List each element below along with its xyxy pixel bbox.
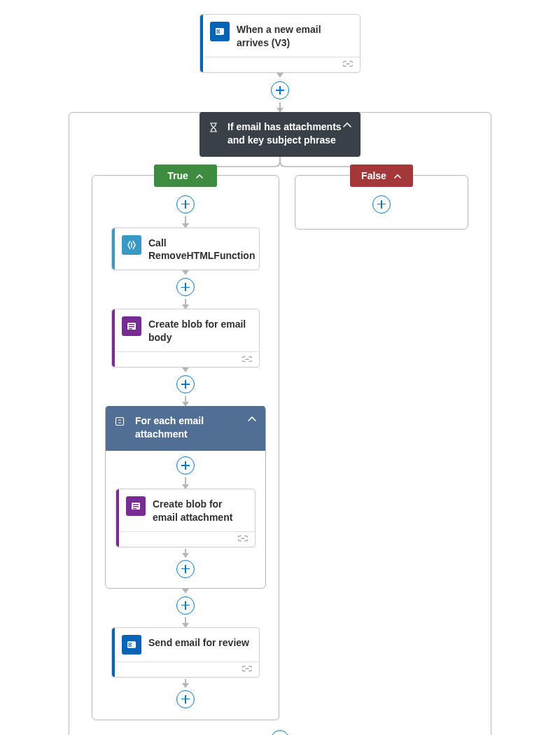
arrow-down-icon [185, 477, 186, 489]
svg-rect-11 [133, 508, 136, 509]
add-step-button[interactable] [176, 456, 195, 475]
chevron-up-icon [393, 172, 402, 180]
connector [176, 270, 195, 309]
svg-rect-9 [133, 504, 139, 505]
card-footer [200, 57, 360, 72]
arrow-down-icon [185, 270, 186, 274]
svg-rect-5 [129, 326, 134, 327]
step-title: Call RemoveHTMLFunction [148, 235, 255, 263]
add-step-button[interactable] [176, 278, 195, 296]
outlook-icon [122, 635, 141, 654]
link-icon [238, 536, 248, 542]
blob-icon [126, 496, 146, 516]
true-branch-label[interactable]: True [154, 164, 217, 187]
false-branch-label[interactable]: False [350, 164, 413, 187]
condition-title: If email has attachments and key subject… [227, 120, 351, 147]
card-footer [116, 531, 255, 547]
add-step-button[interactable] [271, 730, 289, 735]
card-footer [112, 662, 259, 677]
create-blob-attachment-card[interactable]: Create blob for email attachment [115, 489, 255, 547]
svg-rect-6 [129, 328, 132, 329]
card-header: Create blob for email body [112, 309, 259, 351]
condition-container: If email has attachments and key subject… [69, 112, 491, 735]
svg-rect-4 [129, 324, 134, 325]
foreach-title: For each email attachment [135, 414, 255, 441]
add-step-button[interactable] [372, 195, 391, 214]
trigger-title: When a new email arrives (V3) [237, 22, 351, 50]
send-email-card[interactable]: Send email for review [111, 627, 260, 678]
add-step-button[interactable] [176, 560, 195, 578]
function-icon [122, 235, 141, 255]
branches: True Call RemoveHTMLFunction [84, 175, 476, 720]
add-step-button[interactable] [271, 81, 289, 99]
false-branch-box: False [295, 175, 468, 230]
create-blob-body-card[interactable]: Create blob for email body [111, 309, 260, 368]
svg-rect-7 [116, 418, 124, 426]
true-branch-box: True Call RemoveHTMLFunction [92, 175, 279, 720]
call-function-card[interactable]: Call RemoveHTMLFunction [111, 227, 260, 271]
connector [176, 368, 195, 406]
arrow-down-icon [185, 299, 186, 309]
arrow-down-icon [185, 549, 186, 557]
arrow-down-icon [185, 216, 186, 227]
card-header: When a new email arrives (V3) [200, 15, 360, 57]
arrow-down-icon [185, 396, 186, 406]
add-step-button[interactable] [176, 596, 195, 615]
branches-wrap: True Call RemoveHTMLFunction [84, 175, 476, 720]
condition-card[interactable]: If email has attachments and key subject… [200, 112, 360, 157]
foreach-header[interactable]: For each email attachment [106, 406, 265, 451]
arrow-down-icon [279, 73, 281, 77]
card-footer [112, 351, 259, 367]
chevron-up-icon [195, 172, 204, 180]
arrow-down-icon [185, 679, 186, 687]
add-step-button[interactable] [176, 375, 195, 393]
chevron-up-icon[interactable] [342, 120, 352, 130]
arrow-down-icon [185, 589, 186, 593]
card-header: Call RemoveHTMLFunction [112, 228, 259, 270]
step-title: Create blob for email attachment [153, 496, 246, 524]
step-title: Create blob for email body [148, 316, 251, 344]
false-label-text: False [361, 170, 386, 181]
add-step-button[interactable] [176, 195, 195, 214]
connector [271, 73, 289, 112]
true-label-text: True [167, 170, 188, 181]
add-step-button[interactable] [176, 690, 195, 708]
arrow-down-icon [279, 102, 281, 112]
connector [176, 589, 195, 627]
step-title: Send email for review [148, 635, 251, 650]
trigger-card[interactable]: When a new email arrives (V3) [200, 14, 360, 73]
condition-icon [208, 122, 219, 133]
arrow-down-icon [185, 617, 186, 627]
blob-icon [122, 316, 141, 336]
link-icon [343, 61, 353, 68]
link-icon [242, 356, 252, 363]
foreach-container: For each email attachment Create [105, 406, 266, 589]
svg-rect-10 [133, 506, 139, 507]
card-header: Send email for review [112, 628, 259, 662]
link-icon [242, 666, 252, 673]
card-header: Create blob for email attachment [116, 489, 255, 531]
arrow-down-icon [185, 368, 186, 372]
outlook-icon [210, 22, 230, 41]
loop-icon [114, 416, 125, 427]
chevron-up-icon[interactable] [247, 414, 257, 424]
